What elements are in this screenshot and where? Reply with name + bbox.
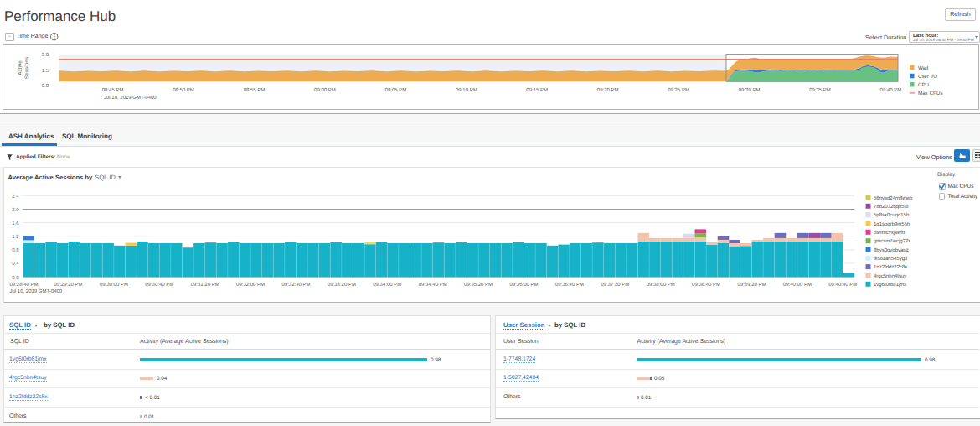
svg-text:Jul 10, 2019 GMT-0400: Jul 10, 2019 GMT-0400 [104, 95, 157, 101]
svg-text:0.0: 0.0 [42, 83, 49, 89]
svg-text:CPU: CPU [918, 82, 929, 88]
svg-text:09:35:20 PM: 09:35:20 PM [464, 282, 493, 288]
svg-text:09:40:40 PM: 09:40:40 PM [828, 282, 857, 288]
svg-text:76b2032qqh5t8: 76b2032qqh5t8 [874, 204, 909, 210]
svg-text:1vg6t0rb81jmx: 1vg6t0rb81jmx [874, 282, 906, 288]
svg-text:4rgc5nhn4tsuy: 4rgc5nhn4tsuy [874, 273, 906, 279]
svg-text:09:25 PM: 09:25 PM [668, 87, 689, 93]
svg-text:09:38:00 PM: 09:38:00 PM [647, 282, 675, 288]
svg-text:09:34:40 PM: 09:34:40 PM [419, 282, 447, 288]
svg-text:09:36:00 PM: 09:36:00 PM [509, 282, 538, 288]
svg-text:gmcsm7wcjg22x: gmcsm7wcjg22x [874, 238, 910, 244]
svg-text:09:35 PM: 09:35 PM [809, 87, 831, 93]
svg-text:i: i [53, 34, 54, 40]
svg-text:2.0: 2.0 [12, 207, 19, 213]
svg-text:8bys0qvpbvapz: 8bys0qvpbvapz [874, 247, 909, 253]
svg-text:0.4: 0.4 [12, 261, 19, 267]
svg-text:08:45 PM: 08:45 PM [102, 87, 124, 93]
svg-text:09:40:00 PM: 09:40:00 PM [783, 282, 812, 288]
svg-text:09:40 PM: 09:40 PM [880, 87, 902, 93]
svg-text:1.5: 1.5 [42, 68, 49, 74]
svg-text:09:36:40 PM: 09:36:40 PM [555, 282, 584, 288]
svg-text:09:37:20 PM: 09:37:20 PM [601, 282, 629, 288]
svg-text:09:30:00 PM: 09:30:00 PM [100, 282, 128, 288]
svg-text:09:29:20 PM: 09:29:20 PM [54, 282, 82, 288]
svg-text:08:55 PM: 08:55 PM [244, 87, 266, 93]
svg-text:User I/O: User I/O [918, 74, 937, 80]
svg-text:Active: Active [18, 60, 23, 75]
svg-text:3.0: 3.0 [42, 52, 49, 58]
svg-text:09:05 PM: 09:05 PM [385, 87, 407, 93]
svg-text:09:15 PM: 09:15 PM [526, 87, 548, 93]
svg-text:09:20 PM: 09:20 PM [597, 87, 619, 93]
svg-text:fks8zah545yg3: fks8zah545yg3 [874, 256, 908, 262]
svg-text:5p8sx0cuqd15h: 5p8sx0cuqd15h [874, 212, 909, 218]
svg-text:1.2: 1.2 [12, 234, 19, 240]
svg-text:09:34:00 PM: 09:34:00 PM [373, 282, 401, 288]
svg-text:1nz2fddz22c8x: 1nz2fddz22c8x [874, 264, 907, 270]
svg-text:09:30 PM: 09:30 PM [739, 87, 761, 93]
svg-text:09:10 PM: 09:10 PM [456, 87, 477, 93]
svg-text:08:50 PM: 08:50 PM [173, 87, 194, 93]
svg-text:0.0: 0.0 [12, 275, 19, 281]
svg-text:09:32:40 PM: 09:32:40 PM [281, 282, 310, 288]
svg-text:Sessions: Sessions [24, 56, 30, 79]
svg-text:09:38:40 PM: 09:38:40 PM [692, 282, 720, 288]
svg-text:09:30:40 PM: 09:30:40 PM [145, 282, 173, 288]
svg-text:1q1spprb9m55h: 1q1spprb9m55h [874, 221, 910, 227]
svg-text:2.4: 2.4 [12, 194, 19, 200]
svg-text:09:32:00 PM: 09:32:00 PM [236, 282, 265, 288]
svg-text:Max CPUs: Max CPUs [918, 91, 943, 96]
svg-text:09:31:20 PM: 09:31:20 PM [191, 282, 219, 288]
svg-text:0.8: 0.8 [12, 247, 19, 253]
svg-text:5shmcvxjswftt: 5shmcvxjswftt [874, 230, 905, 236]
svg-text:09:33:20 PM: 09:33:20 PM [328, 282, 356, 288]
svg-text:09:39:20 PM: 09:39:20 PM [737, 282, 766, 288]
svg-text:1.6: 1.6 [12, 221, 19, 226]
svg-text:Wait: Wait [918, 65, 928, 71]
svg-text:Jul 10, 2019 GMT-0400: Jul 10, 2019 GMT-0400 [10, 288, 63, 294]
svg-text:56nysd24m8wwb: 56nysd24m8wwb [874, 195, 913, 201]
svg-text:09:00 PM: 09:00 PM [314, 87, 336, 93]
svg-text:09:28:40 PM: 09:28:40 PM [10, 282, 39, 288]
